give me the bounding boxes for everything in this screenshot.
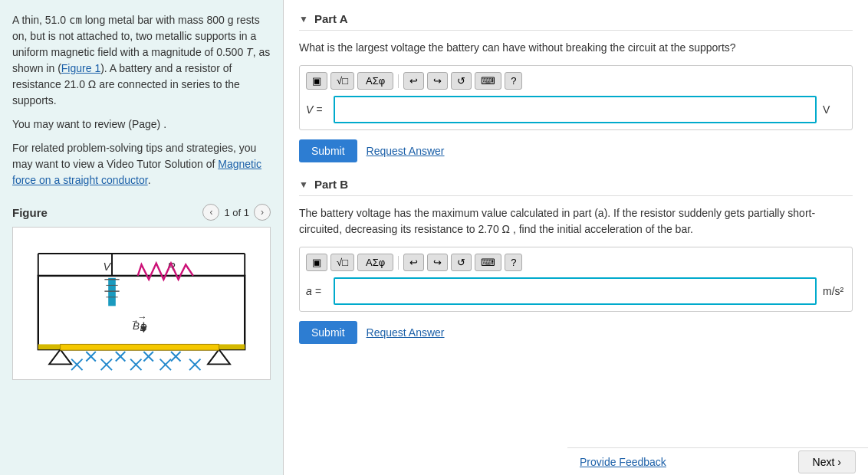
- next-btn[interactable]: Next ›: [798, 450, 856, 473]
- part-b-question: The battery voltage has the maximum valu…: [299, 205, 853, 238]
- part-a-section: ▼ Part A What is the largest voltage the…: [299, 12, 853, 162]
- bottom-bar: Provide Feedback Next ›: [567, 447, 868, 475]
- part-a-matrix-btn[interactable]: ▣: [306, 72, 327, 90]
- part-b-redo-btn[interactable]: ↪: [427, 254, 448, 271]
- part-b-help-icon: ?: [511, 257, 516, 268]
- part-b-toolbar: ▣ √□ ΑΣφ ↩ ↪ ↺ ⌨: [306, 254, 846, 271]
- left-panel: A thin, 51.0 cm long metal bar with mass…: [0, 0, 284, 475]
- part-a-var-label: V =: [306, 103, 327, 116]
- redo-icon: ↪: [433, 75, 442, 87]
- part-b-undo-icon: ↩: [409, 257, 418, 268]
- part-b-input-area: ▣ √□ ΑΣφ ↩ ↪ ↺ ⌨: [299, 247, 853, 312]
- svg-rect-39: [61, 344, 219, 350]
- figure-nav: ‹ 1 of 1 ›: [202, 204, 271, 221]
- part-b-unit: m/s²: [823, 285, 846, 297]
- part-b-reset-icon: ↺: [457, 257, 465, 268]
- part-b-reset-btn[interactable]: ↺: [451, 254, 472, 271]
- part-a-action-row: Submit Request Answer: [299, 139, 853, 162]
- part-b-request-btn[interactable]: Request Answer: [367, 326, 445, 339]
- part-a-toolbar: ▣ √□ ΑΣφ ↩ ↪ ↺ ⌨: [306, 72, 846, 90]
- part-a-symbols-btn[interactable]: ΑΣφ: [357, 72, 393, 90]
- problem-text: A thin, 51.0 cm long metal bar with mass…: [12, 12, 271, 109]
- part-b-symbols-label: ΑΣφ: [366, 257, 385, 268]
- feedback-btn[interactable]: Provide Feedback: [580, 456, 666, 468]
- part-b-keyboard-icon: ⌨: [481, 257, 495, 268]
- svg-text:B: B: [133, 320, 140, 332]
- part-b-submit-btn[interactable]: Submit: [299, 321, 357, 344]
- part-b-separator-1: [398, 256, 399, 270]
- help-icon: ?: [511, 75, 516, 87]
- part-b-sqrt-btn[interactable]: √□: [330, 254, 354, 271]
- part-a-help-btn[interactable]: ?: [505, 72, 522, 90]
- part-a-input-area: ▣ √□ ΑΣφ ↩ ↪ ↺ ⌨: [299, 65, 853, 130]
- part-b-section: ▼ Part B The battery voltage has the max…: [299, 178, 853, 344]
- svg-marker-38: [208, 349, 230, 364]
- part-b-undo-btn[interactable]: ↩: [403, 254, 424, 271]
- svg-marker-37: [49, 349, 71, 364]
- part-a-header: ▼ Part A: [299, 12, 853, 31]
- keyboard-icon: ⌨: [481, 75, 495, 87]
- part-b-sqrt-icon: √□: [337, 257, 348, 268]
- figure-prev-btn[interactable]: ‹: [202, 204, 219, 221]
- part-a-collapse-icon[interactable]: ▼: [299, 14, 308, 25]
- part-a-answer-input[interactable]: [334, 96, 817, 123]
- part-a-answer-row: V = V: [306, 96, 846, 123]
- part-b-keyboard-btn[interactable]: ⌨: [475, 254, 501, 271]
- figure-link[interactable]: Figure 1: [61, 62, 100, 74]
- part-a-reset-btn[interactable]: ↺: [451, 72, 472, 90]
- part-b-matrix-icon: ▣: [312, 257, 321, 268]
- figure-section: Figure ‹ 1 of 1 › V R: [12, 204, 271, 380]
- symbols-label: ΑΣφ: [366, 75, 385, 87]
- part-a-keyboard-btn[interactable]: ⌨: [475, 72, 501, 90]
- right-panel: ▼ Part A What is the largest voltage the…: [284, 0, 868, 475]
- part-b-action-row: Submit Request Answer: [299, 321, 853, 344]
- undo-icon: ↩: [409, 75, 418, 87]
- part-a-sqrt-btn[interactable]: √□: [330, 72, 354, 90]
- tips-link[interactable]: Magnetic force on a straight conductor: [12, 158, 261, 186]
- matrix-icon: ▣: [312, 75, 321, 87]
- circuit-diagram: V R: [12, 227, 271, 380]
- part-b-title: Part B: [314, 178, 348, 191]
- part-b-header: ▼ Part B: [299, 178, 853, 196]
- part-a-title: Part A: [314, 12, 348, 25]
- part-b-redo-icon: ↪: [433, 257, 442, 268]
- part-a-redo-btn[interactable]: ↪: [427, 72, 448, 90]
- part-b-collapse-icon[interactable]: ▼: [299, 179, 308, 190]
- next-label: Next: [813, 456, 835, 468]
- svg-text:V: V: [103, 260, 111, 273]
- figure-counter: 1 of 1: [224, 207, 249, 218]
- tips-text: For related problem-solving tips and str…: [12, 140, 271, 188]
- part-b-symbols-btn[interactable]: ΑΣφ: [357, 254, 393, 271]
- figure-title: Figure: [12, 206, 48, 219]
- part-b-matrix-btn[interactable]: ▣: [306, 254, 327, 271]
- svg-rect-5: [108, 278, 116, 306]
- next-arrow-icon: ›: [837, 456, 841, 468]
- part-b-help-btn[interactable]: ?: [505, 254, 522, 271]
- part-a-undo-btn[interactable]: ↩: [403, 72, 424, 90]
- part-b-var-label: a =: [306, 285, 327, 297]
- part-a-request-btn[interactable]: Request Answer: [367, 145, 445, 157]
- figure-next-btn[interactable]: ›: [254, 204, 271, 221]
- part-b-answer-row: a = m/s²: [306, 277, 846, 305]
- reset-icon: ↺: [457, 75, 465, 87]
- part-b-answer-input[interactable]: [334, 277, 817, 305]
- separator-1: [398, 74, 399, 88]
- part-a-question: What is the largest voltage the battery …: [299, 40, 853, 56]
- review-text: You may want to review (Page) .: [12, 116, 271, 133]
- sqrt-icon: √□: [337, 75, 348, 87]
- part-a-unit: V: [823, 103, 846, 116]
- part-a-submit-btn[interactable]: Submit: [299, 139, 357, 162]
